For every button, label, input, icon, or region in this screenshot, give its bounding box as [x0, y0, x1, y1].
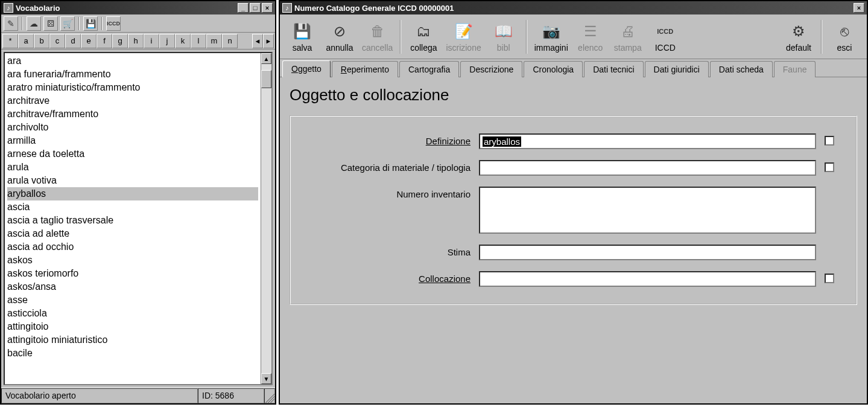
tab-cartografia[interactable]: Cartografia [399, 61, 459, 77]
list-item[interactable]: bacile [7, 347, 258, 360]
alpha-tab-d[interactable]: d [65, 34, 81, 48]
alpha-tab-e[interactable]: e [81, 34, 97, 48]
tab-dati-scheda[interactable]: Dati scheda [710, 61, 773, 77]
alpha-tab-c[interactable]: c [49, 34, 65, 48]
toolbar-collega-button[interactable]: 🗂collega [406, 19, 441, 55]
tab-reperimento[interactable]: Reperimento [332, 61, 398, 77]
scroll-down-button[interactable]: ▼ [261, 373, 271, 384]
tool-icon-3[interactable]: ⚄ [43, 16, 58, 31]
annulla-icon: ⊘ [329, 21, 350, 42]
alpha-tab-f[interactable]: f [97, 34, 112, 48]
input-stima[interactable] [479, 245, 816, 260]
list-item[interactable]: aratro miniaturistico/frammento [7, 81, 258, 94]
list-item[interactable]: askos [7, 254, 258, 267]
label-definizione: Definizione [304, 133, 479, 146]
scroll-thumb[interactable] [261, 70, 271, 88]
iccd-icon[interactable]: ICCD [106, 16, 121, 31]
alpha-tab-b[interactable]: b [34, 34, 49, 48]
vertical-scrollbar[interactable]: ▲ ▼ [261, 53, 271, 384]
row-collocazione: Collocazione [304, 271, 843, 287]
toolbar-annulla-button[interactable]: ⊘annulla [322, 19, 357, 55]
input-numero-inventario[interactable] [479, 187, 816, 234]
tool-icon-2[interactable]: ☁ [27, 16, 41, 31]
maximize-button[interactable]: □ [250, 3, 261, 13]
tab-dati-tecnici[interactable]: Dati tecnici [584, 61, 643, 77]
checkbox-collocazione[interactable] [825, 274, 834, 283]
list-item[interactable]: asse [7, 293, 258, 307]
close-button[interactable]: × [262, 3, 273, 13]
alpha-tab-n[interactable]: n [222, 34, 238, 48]
tab-descrizione[interactable]: Descrizione [460, 61, 522, 77]
list-item[interactable]: architrave/frammento [7, 107, 258, 121]
scroll-track[interactable] [261, 64, 271, 373]
tool-icon-1[interactable]: ✎ [4, 16, 18, 31]
toolbar-salva-button[interactable]: 💾salva [285, 19, 320, 55]
alphabet-tabs: * abcdefghijklmn ◄ ► [1, 33, 275, 50]
alpha-scroll-right[interactable]: ► [263, 34, 274, 48]
alpha-tab-j[interactable]: j [159, 34, 175, 48]
toolbar-immagini-button[interactable]: 📷immagini [532, 19, 571, 55]
close-button[interactable]: × [854, 3, 864, 13]
alpha-tab-k[interactable]: k [175, 34, 191, 48]
list-item[interactable]: armilla [7, 134, 258, 147]
status-id: ID: 5686 [198, 388, 264, 403]
row-stima: Stima [304, 245, 843, 260]
checkbox-definizione[interactable] [825, 136, 834, 146]
tab-dati-giuridici[interactable]: Dati giuridici [645, 61, 709, 77]
toolbar-esci-button[interactable]: ⎋esci [827, 19, 862, 55]
list-item[interactable]: attingitoio [7, 320, 258, 333]
list-item[interactable]: ara [7, 54, 258, 68]
alpha-tab-l[interactable]: l [191, 34, 206, 48]
alpha-tab-m[interactable]: m [206, 34, 222, 48]
list-item[interactable]: arula votiva [7, 174, 258, 187]
alpha-scroll-left[interactable]: ◄ [252, 34, 263, 48]
label-categoria: Categoria di materiale / tipologia [304, 160, 479, 173]
tool-icon-4[interactable]: 🛒 [60, 16, 75, 31]
vocabolario-list[interactable]: araara funeraria/frammentoaratro miniatu… [5, 53, 261, 384]
iscrizione-label: iscrizione [446, 43, 481, 53]
list-item[interactable]: ascia ad occhio [7, 240, 258, 254]
list-item[interactable]: archivolto [7, 121, 258, 134]
status-text: Vocabolario aperto [1, 388, 198, 403]
toolbar-default-button[interactable]: ⚙default [781, 19, 816, 55]
salva-icon: 💾 [292, 21, 312, 42]
collega-label: collega [410, 43, 437, 53]
list-item[interactable]: aryballos [7, 187, 258, 200]
vocabolario-statusbar: Vocabolario aperto ID: 5686 [1, 388, 275, 403]
list-item[interactable]: ara funeraria/frammento [7, 68, 258, 81]
tab-cronologia[interactable]: Cronologia [524, 61, 583, 77]
list-item[interactable]: arnese da toeletta [7, 147, 258, 161]
tool-icon-5[interactable]: 💾 [83, 16, 98, 31]
alpha-tab-star[interactable]: * [2, 34, 18, 48]
list-item[interactable]: asticciola [7, 307, 258, 320]
content-pane: Oggetto e collocazione Definizione aryba… [280, 77, 867, 403]
checkbox-categoria[interactable] [825, 162, 834, 172]
toolbar-separator [101, 17, 103, 30]
list-item[interactable]: attingitoio miniaturistico [7, 333, 258, 347]
list-item[interactable]: ascia [7, 200, 258, 214]
list-item[interactable]: architrave [7, 94, 258, 107]
app-icon: ♪ [4, 3, 13, 13]
cancella-icon: 🗑 [367, 21, 388, 42]
tab-oggetto[interactable]: Oggetto [282, 60, 331, 77]
alpha-tab-h[interactable]: h [128, 34, 144, 48]
list-item[interactable]: arula [7, 161, 258, 174]
alpha-tab-g[interactable]: g [112, 34, 128, 48]
resize-grip[interactable] [264, 388, 275, 403]
label-numero-inventario: Numero inventario [304, 187, 479, 199]
row-categoria: Categoria di materiale / tipologia [304, 160, 843, 176]
toolbar-iccd-button[interactable]: ICCDICCD [648, 19, 683, 55]
input-collocazione[interactable] [479, 271, 816, 287]
alpha-tab-i[interactable]: i [144, 34, 159, 48]
list-item[interactable]: ascia ad alette [7, 227, 258, 240]
minimize-button[interactable]: _ [238, 3, 249, 13]
input-definizione[interactable]: aryballos [479, 133, 816, 149]
input-categoria[interactable] [479, 160, 816, 176]
list-item[interactable]: ascia a taglio trasversale [7, 214, 258, 227]
scroll-up-button[interactable]: ▲ [261, 53, 271, 64]
toolbar-separator [526, 20, 527, 54]
alpha-tab-a[interactable]: a [18, 34, 34, 48]
bibl-label: bibl [497, 43, 510, 53]
list-item[interactable]: askos/ansa [7, 280, 258, 293]
list-item[interactable]: askos teriomorfo [7, 267, 258, 280]
